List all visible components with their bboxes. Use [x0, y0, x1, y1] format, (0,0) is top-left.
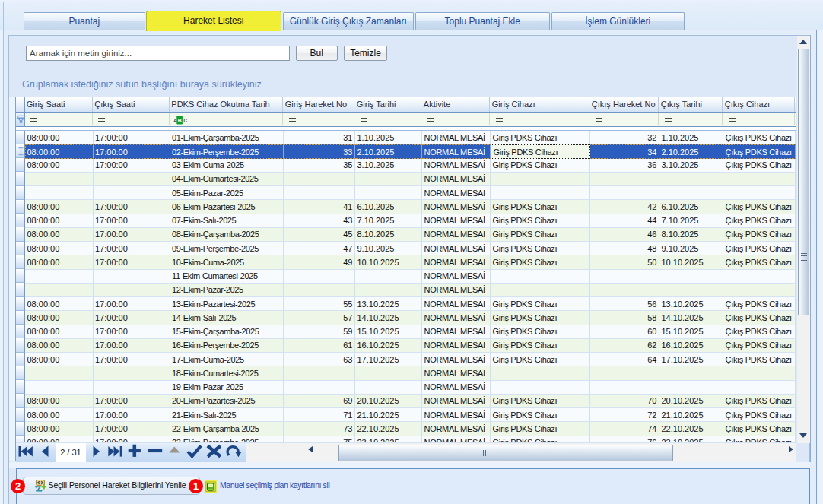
svg-text:A: A	[173, 118, 177, 123]
svg-text:C: C	[183, 118, 187, 123]
svg-text:B: B	[177, 118, 181, 123]
